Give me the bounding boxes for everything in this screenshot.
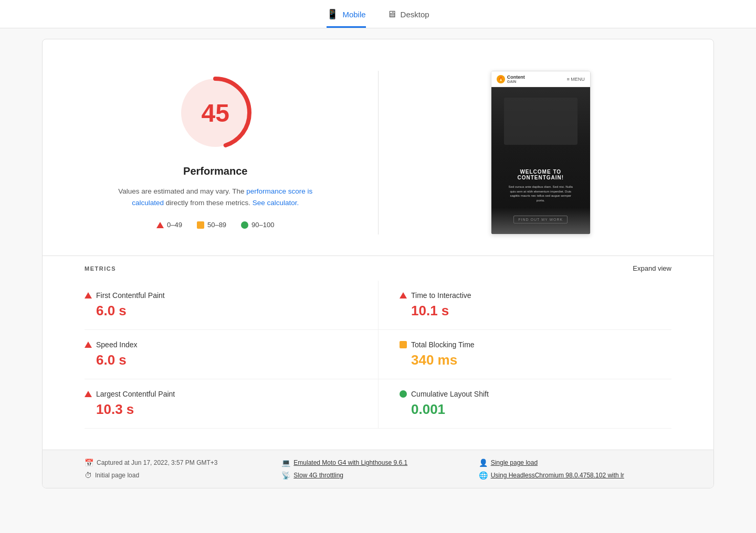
metric-cls-value: 0.001 xyxy=(411,401,671,418)
footer-captured-text: Captured at Jun 17, 2022, 3:57 PM GMT+3 xyxy=(97,459,217,466)
score-desc-prefix: Values are estimated and may vary. The xyxy=(118,187,246,195)
footer-emulated: 💻 Emulated Moto G4 with Lighthouse 9.6.1 xyxy=(281,459,474,467)
footer-chromium-link[interactable]: Using HeadlessChromium 98.0.4758.102 wit… xyxy=(491,472,624,479)
metric-tti-header: Time to Interactive xyxy=(400,291,671,300)
signal-icon: 📡 xyxy=(281,471,290,479)
metric-tbt-name: Total Blocking Time xyxy=(411,340,475,349)
logo-name: Content xyxy=(507,74,525,80)
metric-cls-header: Cumulative Layout Shift xyxy=(400,390,671,398)
screenshot-menu-button: ≡ MENU xyxy=(566,77,584,82)
timer-icon: ⏱ xyxy=(85,471,92,479)
metric-cls: Cumulative Layout Shift 0.001 xyxy=(378,379,671,429)
logo-sub: GAIN xyxy=(507,80,525,83)
screenshot-preview: 🔥 Content GAIN ≡ MENU WELCOME TOCONTENTG… xyxy=(491,71,591,234)
footer-throttling-link[interactable]: Slow 4G throttling xyxy=(293,472,343,479)
metric-tbt-indicator xyxy=(400,341,407,348)
screenshot-image: WELCOME TOCONTENTGAIN! Sed cursus ante d… xyxy=(491,87,590,234)
metric-si-header: Speed Index xyxy=(85,340,357,349)
metric-si-value: 6.0 s xyxy=(96,352,357,368)
metric-cls-name: Cumulative Layout Shift xyxy=(411,390,489,398)
legend-90-100-label: 90–100 xyxy=(251,221,274,229)
legend-0-49-label: 0–49 xyxy=(167,221,182,229)
metric-lcp-indicator xyxy=(85,391,92,397)
score-left: 45 Performance Values are estimated and … xyxy=(85,71,346,234)
metric-fcp-header: First Contentful Paint xyxy=(85,291,357,300)
tab-mobile-label: Mobile xyxy=(342,10,365,19)
legend-red-triangle xyxy=(156,222,164,228)
metrics-title: METRICS xyxy=(85,265,116,272)
footer-page-load: 👤 Single page load xyxy=(479,459,671,467)
triangle-red-icon xyxy=(85,342,92,348)
screenshot-hands-decoration xyxy=(491,208,590,234)
logo-icon: 🔥 xyxy=(497,75,505,83)
user-icon: 👤 xyxy=(479,459,488,467)
circle-green-icon xyxy=(400,390,407,398)
footer-section: 📅 Captured at Jun 17, 2022, 3:57 PM GMT+… xyxy=(43,450,713,488)
footer-emulated-link[interactable]: Emulated Moto G4 with Lighthouse 9.6.1 xyxy=(293,459,407,466)
metric-lcp: Largest Contentful Paint 10.3 s xyxy=(85,379,378,429)
legend: 0–49 50–89 90–100 xyxy=(156,221,274,229)
footer-throttling: 📡 Slow 4G throttling xyxy=(281,471,474,479)
triangle-red-icon xyxy=(85,391,92,397)
metric-si: Speed Index 6.0 s xyxy=(85,330,378,379)
footer-initial-text: Initial page load xyxy=(95,472,139,479)
expand-view-button[interactable]: Expand view xyxy=(633,264,671,272)
metric-fcp-indicator xyxy=(85,292,92,299)
metrics-section: METRICS Expand view First Contentful Pai… xyxy=(43,255,713,450)
score-description: Values are estimated and may vary. The p… xyxy=(105,186,326,208)
metric-fcp-value: 6.0 s xyxy=(96,303,357,319)
metric-tbt-header: Total Blocking Time xyxy=(400,340,671,349)
desktop-icon: 🖥 xyxy=(387,9,396,20)
legend-orange-square xyxy=(197,221,204,229)
screenshot-body: Sed cursus ante dapibus diam. Sed nisi. … xyxy=(507,185,575,202)
metric-si-indicator xyxy=(85,342,92,348)
metric-tti: Time to Interactive 10.1 s xyxy=(378,281,671,330)
footer-initial: ⏱ Initial page load xyxy=(85,471,277,479)
score-circle: 45 xyxy=(173,71,257,155)
footer-chromium: 🌐 Using HeadlessChromium 98.0.4758.102 w… xyxy=(479,471,671,479)
metric-tti-name: Time to Interactive xyxy=(411,291,471,300)
legend-green-circle xyxy=(241,221,248,229)
metric-tbt-value: 340 ms xyxy=(411,352,671,368)
metric-fcp: First Contentful Paint 6.0 s xyxy=(85,281,378,330)
score-divider xyxy=(378,71,379,234)
metric-tbt: Total Blocking Time 340 ms xyxy=(378,330,671,379)
metric-fcp-name: First Contentful Paint xyxy=(96,291,165,300)
metric-lcp-value: 10.3 s xyxy=(96,401,357,418)
metric-tti-value: 10.1 s xyxy=(411,303,671,319)
footer-captured: 📅 Captured at Jun 17, 2022, 3:57 PM GMT+… xyxy=(85,459,277,467)
tab-desktop-label: Desktop xyxy=(401,10,429,19)
score-label: Performance xyxy=(183,165,247,177)
tab-mobile[interactable]: 📱 Mobile xyxy=(327,8,365,28)
legend-0-49: 0–49 xyxy=(156,221,182,229)
mobile-icon: 📱 xyxy=(327,8,338,20)
metric-cls-indicator xyxy=(400,390,407,398)
metric-tti-indicator xyxy=(400,292,407,299)
logo-text: Content GAIN xyxy=(507,74,525,83)
tab-bar: 📱 Mobile 🖥 Desktop xyxy=(0,0,756,28)
footer-page-load-link[interactable]: Single page load xyxy=(491,459,538,466)
screenshot-header: 🔥 Content GAIN ≡ MENU xyxy=(491,71,590,87)
globe-icon: 🌐 xyxy=(479,471,488,479)
legend-90-100: 90–100 xyxy=(241,221,274,229)
score-desc-mid: directly from these metrics. xyxy=(164,199,253,207)
laptop-icon: 💻 xyxy=(281,459,290,467)
screenshot-welcome-title: WELCOME TOCONTENTGAIN! xyxy=(507,169,575,180)
metric-si-name: Speed Index xyxy=(96,340,138,349)
triangle-red-icon xyxy=(85,292,92,299)
main-container: 45 Performance Values are estimated and … xyxy=(42,39,714,488)
metrics-header: METRICS Expand view xyxy=(85,256,671,281)
metric-lcp-header: Largest Contentful Paint xyxy=(85,390,357,398)
score-section: 45 Performance Values are estimated and … xyxy=(43,39,713,255)
tab-desktop[interactable]: 🖥 Desktop xyxy=(387,9,429,28)
score-right: 🔥 Content GAIN ≡ MENU WELCOME TOCONTENTG… xyxy=(410,71,672,234)
metric-lcp-name: Largest Contentful Paint xyxy=(96,390,175,398)
metrics-grid: First Contentful Paint 6.0 s Time to Int… xyxy=(85,281,671,429)
square-orange-icon xyxy=(400,341,407,348)
legend-50-89-label: 50–89 xyxy=(207,221,226,229)
score-calculator-link[interactable]: See calculator. xyxy=(253,199,299,207)
screenshot-logo: 🔥 Content GAIN xyxy=(497,74,525,83)
triangle-red-icon xyxy=(400,292,407,299)
screenshot-overlay: WELCOME TOCONTENTGAIN! Sed cursus ante d… xyxy=(507,169,575,202)
screenshot-laptop-decoration xyxy=(504,98,578,145)
